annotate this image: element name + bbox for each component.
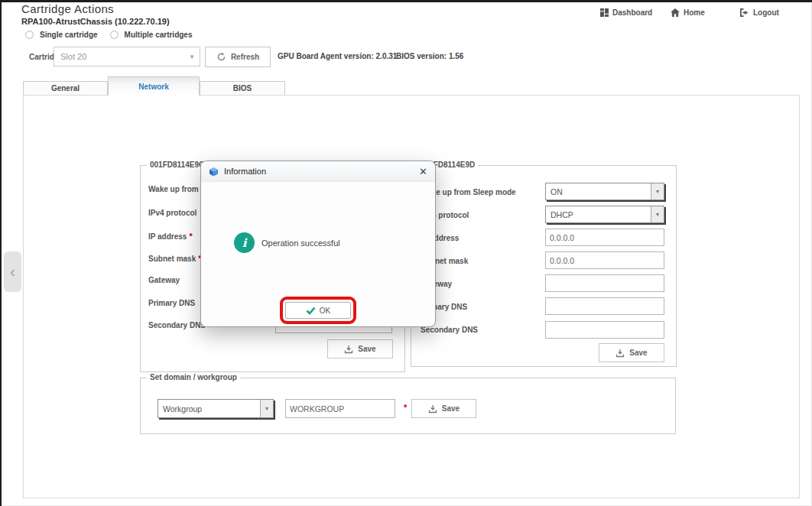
- agent-version-text: GPU Board Agent version: 2.0.31: [278, 52, 397, 60]
- save-icon: [615, 349, 625, 358]
- save-icon: [344, 345, 353, 354]
- chevron-left-icon: ‹: [10, 263, 15, 281]
- refresh-icon: [216, 52, 226, 62]
- field-label: IPv4 protocol: [148, 209, 197, 217]
- bios-version-text: BIOS version: 1.56: [396, 52, 463, 60]
- multiple-cartridges-radio[interactable]: [110, 31, 119, 39]
- save-button-left[interactable]: Save: [327, 339, 393, 358]
- chassis-subtitle: RPA100-AtrustChassis (10.222.70.19): [21, 17, 170, 26]
- ip-address-input-right[interactable]: [545, 229, 664, 246]
- required-asterisk: *: [189, 232, 192, 241]
- secondary-dns-input-right[interactable]: [545, 321, 664, 339]
- dashboard-icon: [600, 8, 609, 17]
- check-icon: [306, 307, 316, 315]
- dialog-title: Information: [224, 167, 266, 176]
- tab-network[interactable]: Network: [108, 76, 200, 96]
- nav-dashboard-label: Dashboard: [612, 8, 652, 17]
- single-cartridge-label: Single cartridge: [40, 31, 98, 39]
- dialog-title-bar: Information ✕: [201, 161, 435, 182]
- workgroup-name-input[interactable]: [285, 399, 395, 418]
- field-label: Primary DNS: [148, 299, 195, 307]
- wake-sleep-select-right[interactable]: ON ▾: [545, 183, 664, 200]
- field-label: Secondary DNS: [148, 321, 206, 329]
- cartridge-select[interactable]: Slot 20 ▾: [54, 47, 200, 66]
- app-cube-icon: [209, 167, 219, 177]
- primary-dns-input-right[interactable]: [545, 297, 664, 315]
- single-cartridge-radio[interactable]: [25, 31, 34, 39]
- gateway-input-right[interactable]: [545, 274, 664, 292]
- field-label: IP address*: [148, 232, 193, 241]
- tab-bios[interactable]: BIOS: [200, 81, 285, 96]
- information-dialog: Information ✕ i Operation successful OK: [200, 161, 436, 327]
- dialog-message: Operation successful: [261, 238, 340, 248]
- cartridge-mode-radios: Single cartridge Multiple cartridges: [25, 31, 192, 39]
- domain-type-value: Workgroup: [158, 400, 260, 417]
- save-button-label: Save: [629, 349, 647, 357]
- page-title: Cartridge Actions: [21, 2, 114, 15]
- tab-general[interactable]: General: [23, 81, 108, 96]
- ipv4-protocol-select-right[interactable]: DHCP ▾: [545, 206, 664, 223]
- nav-dashboard[interactable]: Dashboard: [600, 8, 652, 17]
- save-button-right[interactable]: Save: [599, 343, 664, 362]
- subnet-mask-input-right[interactable]: [545, 251, 664, 269]
- refresh-button[interactable]: Refresh: [205, 47, 271, 67]
- nav-home-label: Home: [684, 8, 705, 17]
- chevron-down-icon: ▾: [651, 183, 664, 199]
- refresh-button-label: Refresh: [231, 53, 259, 61]
- nav-logout[interactable]: Logout: [739, 8, 779, 17]
- domain-type-select[interactable]: Workgroup ▾: [158, 399, 274, 418]
- domain-workgroup-legend: Set domain / workgroup: [147, 373, 240, 381]
- ipv4-protocol-value: DHCP: [546, 206, 651, 222]
- info-icon: i: [234, 232, 255, 253]
- required-asterisk: *: [404, 403, 407, 412]
- cartridge-e9d-group: 001FD8114E9D Wake up from Sleep mode ON …: [411, 165, 677, 367]
- chevron-down-icon: ▾: [184, 53, 200, 60]
- save-icon: [428, 404, 437, 414]
- cartridge-actions-page: Cartridge Actions RPA100-AtrustChassis (…: [0, 0, 812, 506]
- sidebar-collapse-handle[interactable]: ‹: [4, 251, 21, 292]
- cartridge-e9c-legend: 001FD8114E9C: [147, 161, 207, 169]
- save-button-label: Save: [442, 404, 460, 413]
- ok-button-label: OK: [320, 307, 330, 315]
- nav-logout-label: Logout: [753, 8, 779, 17]
- save-button-label: Save: [358, 345, 375, 353]
- save-button-domain[interactable]: Save: [411, 399, 476, 418]
- nav-home[interactable]: Home: [671, 8, 705, 17]
- domain-workgroup-group: Set domain / workgroup Workgroup ▾ * Sav…: [140, 378, 676, 434]
- wake-sleep-value: ON: [546, 183, 651, 199]
- home-icon: [671, 8, 680, 17]
- chevron-down-icon: ▾: [651, 206, 664, 222]
- ok-button[interactable]: OK: [285, 302, 351, 319]
- chevron-down-icon: ▾: [260, 400, 273, 417]
- field-label: Subnet mask*: [148, 254, 202, 263]
- multiple-cartridges-label: Multiple cartridges: [125, 31, 193, 39]
- logout-icon: [739, 8, 749, 17]
- close-icon[interactable]: ✕: [419, 167, 427, 177]
- field-label: Gateway: [148, 276, 180, 284]
- cartridge-select-value: Slot 20: [54, 52, 184, 61]
